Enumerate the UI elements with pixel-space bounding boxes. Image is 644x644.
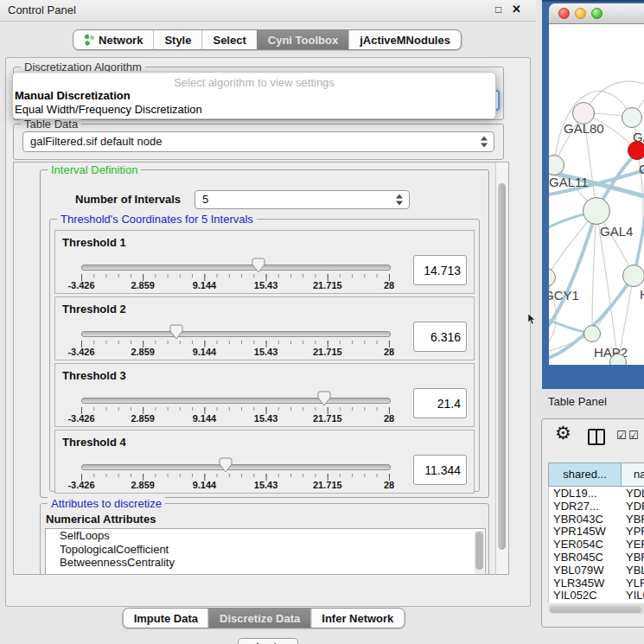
table-row[interactable]: YDL19...YDL1 — [549, 487, 644, 500]
network-edges — [549, 24, 644, 365]
threshold-value-input[interactable] — [413, 322, 467, 352]
vertical-scrollbar[interactable] — [495, 163, 508, 574]
checkbox-icon[interactable]: ☑ — [628, 429, 639, 442]
table-row[interactable]: YIL052CYIL0 — [549, 589, 644, 602]
attribute-item-topologicalcoefficient[interactable]: TopologicalCoefficient — [46, 543, 485, 557]
network-node[interactable] — [609, 354, 627, 365]
tab-label: Network — [99, 34, 143, 47]
slider-thumb[interactable] — [317, 391, 331, 406]
slider-track[interactable] — [81, 464, 391, 470]
number-of-intervals-select[interactable]: 5 — [194, 190, 410, 209]
horizontal-scrollbar[interactable] — [548, 604, 644, 614]
network-canvas[interactable]: GAL80GACGAL11GAL4GCY1HHAP2 — [549, 24, 644, 365]
attribute-item-betweennesscentrality[interactable]: BetweennessCentrality — [46, 556, 485, 570]
threshold-block-threshold-2: Threshold 2-3.4262.8599.14415.4321.71528 — [54, 296, 475, 360]
tab-cyni-toolbox[interactable]: Cyni Toolbox — [257, 30, 348, 49]
control-panel-tabbar: NetworkStyleSelectCyni ToolboxjActiveMNo… — [73, 29, 462, 50]
threshold-value-input[interactable] — [413, 455, 467, 485]
table-row[interactable]: YBR045CYBR0 — [549, 551, 644, 564]
table-data-group-title: Table Data — [21, 118, 81, 131]
column-header-name[interactable]: na — [622, 462, 644, 487]
apply-button[interactable]: Apply — [238, 638, 298, 644]
slider-thumb[interactable] — [219, 457, 233, 473]
threshold-block-threshold-4: Threshold 4-3.4262.8599.14415.4321.71528 — [54, 430, 475, 494]
zoom-window-icon[interactable] — [591, 8, 603, 19]
float-window-icon[interactable]: □ — [495, 3, 501, 16]
cell-name: YBR0 — [622, 513, 644, 526]
table-row[interactable]: YBL079WYBL0 — [549, 564, 644, 577]
threshold-label: Threshold 2 — [62, 303, 126, 316]
close-window-icon[interactable] — [558, 8, 570, 19]
table-row[interactable]: YDR27...YDR2 — [549, 500, 644, 513]
tab-label: Discretize Data — [220, 612, 300, 625]
settings-gear-icon[interactable]: ⚙ — [555, 423, 571, 443]
vertical-scrollbar-thumb[interactable] — [498, 183, 506, 550]
cell-shared-name: YBL079W — [549, 564, 622, 577]
tab-infer-network[interactable]: Infer Network — [310, 609, 404, 628]
slider-track[interactable] — [81, 265, 391, 271]
table-row[interactable]: YPR145WYPR1 — [549, 525, 644, 538]
tick-label: 28 — [384, 480, 394, 490]
algorithm-option-equal-width-frequency-discretization[interactable]: Equal Width/Frequency Discretization — [13, 103, 495, 117]
threshold-value-input[interactable] — [413, 255, 467, 285]
cell-shared-name: YLR345W — [549, 577, 622, 590]
horizontal-scrollbar-thumb[interactable] — [550, 606, 641, 613]
checkbox-icon[interactable]: ☑ — [616, 429, 627, 442]
network-node-hap2[interactable] — [583, 325, 601, 342]
algorithm-popup: Select algorithm to view settings Manual… — [12, 72, 496, 119]
cell-shared-name: YDR27... — [549, 500, 622, 513]
tab-style[interactable]: Style — [153, 30, 201, 49]
tab-network[interactable]: Network — [73, 30, 153, 49]
threshold-value-input[interactable] — [413, 388, 467, 418]
tick-labels: -3.4262.8599.14415.4321.71528 — [81, 480, 389, 491]
table-row[interactable]: YER054CYER0 — [549, 538, 644, 551]
network-node-c[interactable] — [628, 141, 644, 160]
bottom-tabbar: Impute DataDiscretize DataInfer Network — [123, 608, 405, 628]
minimize-window-icon[interactable] — [575, 8, 586, 19]
tab-select[interactable]: Select — [201, 30, 256, 49]
column-header-shared-name[interactable]: shared... — [548, 462, 622, 487]
attributes-group-title: Attributes to discretize — [48, 497, 165, 510]
algorithm-popup-options: Manual DiscretizationEqual Width/Frequen… — [13, 89, 495, 117]
number-of-intervals-value: 5 — [202, 193, 208, 206]
threshold-label: Threshold 3 — [62, 369, 126, 382]
split-columns-icon[interactable] — [588, 429, 605, 445]
tick-label: -3.426 — [67, 413, 94, 424]
slider-track[interactable] — [81, 398, 391, 404]
slider-track[interactable] — [81, 331, 391, 337]
tab-label: Select — [213, 34, 245, 47]
node-label-gal80: GAL80 — [564, 121, 604, 136]
attributes-scrollbar-thumb[interactable] — [475, 532, 483, 570]
network-node-ga[interactable] — [622, 107, 642, 128]
network-node-h[interactable] — [622, 265, 644, 287]
tick-label: 2.859 — [131, 347, 155, 357]
tab-impute-data[interactable]: Impute Data — [124, 609, 208, 628]
numerical-attributes-list[interactable]: SelfLoopsTopologicalCoefficientBetweenne… — [45, 528, 486, 575]
table-row[interactable]: YLR345WYLR3 — [549, 577, 644, 590]
algorithm-option-manual-discretization[interactable]: Manual Discretization — [13, 89, 495, 103]
tab-discretize-data[interactable]: Discretize Data — [208, 609, 310, 628]
attribute-item-selfloops[interactable]: SelfLoops — [46, 529, 485, 543]
slider-thumb[interactable] — [252, 258, 265, 273]
threshold-block-threshold-3: Threshold 3-3.4262.8599.14415.4321.71528 — [54, 363, 475, 427]
slider-thumb[interactable] — [169, 324, 183, 340]
tab-label: jActiveMNodules — [360, 34, 450, 47]
tab-label: Infer Network — [322, 612, 393, 625]
tick-label: 15.43 — [254, 280, 278, 290]
table-panel: ⚙ ☑ ☑ shared... na YDL19...YDL1YDR27...Y… — [541, 418, 644, 628]
table-data-group: Table Data galFiltered.sif default node — [13, 124, 504, 160]
control-panel-titlebar: Control Panel □ ✕ — [0, 0, 536, 22]
tab-label: Impute Data — [134, 612, 198, 625]
tick-labels: -3.4262.8599.14415.4321.71528 — [81, 347, 389, 358]
table-row[interactable]: YBR043CYBR0 — [549, 513, 644, 526]
tab-jactivemnodules[interactable]: jActiveMNodules — [348, 30, 461, 49]
threshold-list: Threshold 1-3.4262.8599.14415.4321.71528… — [54, 230, 475, 496]
table-body: YDL19...YDL1YDR27...YDR2YBR043CYBR0YPR14… — [548, 487, 644, 603]
close-icon[interactable]: ✕ — [512, 3, 521, 16]
table-data-select[interactable]: galFiltered.sif default node — [22, 131, 494, 152]
tick-label: 28 — [384, 347, 394, 357]
network-node-gal4[interactable] — [583, 197, 610, 225]
attributes-scrollbar[interactable] — [475, 531, 484, 575]
interval-definition-title: Interval Definition — [48, 163, 141, 176]
threshold-label: Threshold 4 — [62, 436, 126, 449]
